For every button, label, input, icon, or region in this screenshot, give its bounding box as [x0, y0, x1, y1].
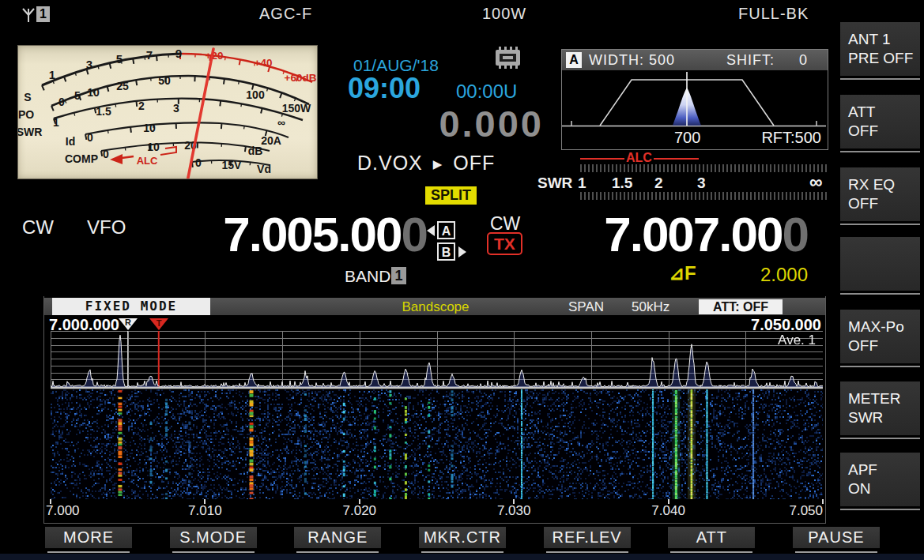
- rx-filter-panel[interactable]: A WIDTH: 500 SHIFT: 0 700 RFT:500: [561, 49, 828, 150]
- vfo-a-mode[interactable]: CW: [22, 216, 54, 239]
- vfo-a-arrow-icon: [427, 225, 435, 236]
- ant-pre-line1: ANT 1: [848, 31, 891, 47]
- blank-button[interactable]: [840, 237, 920, 291]
- svg-text:+60dB: +60dB: [285, 72, 317, 84]
- apf-line2: ON: [848, 480, 871, 497]
- svg-text:SWR: SWR: [18, 126, 42, 138]
- svg-text:15V: 15V: [222, 159, 243, 171]
- filter-shift-label: SHIFT:: [726, 52, 775, 69]
- band-label: BAND: [345, 267, 390, 286]
- range-button[interactable]: RANGE: [294, 527, 381, 548]
- svg-text:7: 7: [146, 48, 153, 62]
- svg-text:25: 25: [116, 80, 129, 92]
- svg-text:0: 0: [103, 148, 109, 160]
- span-label[interactable]: SPAN: [568, 299, 604, 315]
- pitch-value: 700: [674, 129, 700, 147]
- sub-frequency-display: 0.000: [379, 102, 544, 145]
- break-in-status[interactable]: FULL-BK: [738, 5, 809, 23]
- scope-mode[interactable]: FIXED MODE: [52, 298, 210, 315]
- vfo-b-frequency[interactable]: 7.007.000: [577, 210, 808, 259]
- scope-att-status[interactable]: ATT: OFF: [699, 299, 783, 314]
- span-value[interactable]: 50kHz: [632, 299, 669, 315]
- rx-eq-line1: RX EQ: [848, 176, 895, 193]
- apf-button[interactable]: APFON: [840, 453, 920, 506]
- filter-shift-value: 0: [799, 52, 808, 69]
- scale-label: 7.020: [338, 503, 382, 519]
- ant-pre-line2: PRE OFF: [848, 50, 913, 66]
- waterfall-canvas[interactable]: [51, 389, 823, 499]
- utc-time: 00:00U: [456, 81, 517, 103]
- svg-text:1: 1: [49, 68, 55, 81]
- svg-text:Id: Id: [66, 135, 75, 148]
- att-off-button[interactable]: ATTOFF: [840, 95, 920, 148]
- more-button-label: MORE: [63, 528, 114, 546]
- svg-text:10: 10: [147, 141, 160, 153]
- svg-text:20A: 20A: [261, 134, 281, 147]
- rft-value: RFT:500: [761, 129, 821, 147]
- alc-tick-row: [580, 164, 828, 172]
- svg-text:0: 0: [58, 96, 65, 108]
- vfo-b-mode[interactable]: CW: [490, 213, 520, 235]
- band-number-badge: 1: [391, 267, 406, 284]
- dvox-status[interactable]: D.VOX ▶ OFF: [357, 152, 495, 175]
- scale-label: 7.050: [779, 503, 823, 519]
- scope-title: Bandscope: [360, 299, 511, 315]
- vfo-a-box[interactable]: A: [437, 221, 455, 239]
- agc-status[interactable]: AGC-F: [259, 5, 312, 23]
- rx-marker[interactable]: R: [118, 318, 138, 331]
- max-po-button[interactable]: MAX-PoOFF: [840, 310, 920, 363]
- vfo-b-arrow-icon: [458, 246, 466, 257]
- analog-meter: 13579+20+40+60dB05102550100150W11.523∞01…: [17, 45, 318, 179]
- swr-tick-row: [580, 192, 828, 200]
- spectrum-canvas[interactable]: [51, 331, 823, 389]
- antenna-number-badge: 1: [36, 6, 50, 22]
- svg-text:Vd: Vd: [257, 163, 271, 175]
- scale-label: 7.000: [46, 503, 90, 519]
- tx-marker[interactable]: T: [149, 318, 169, 331]
- svg-text:3: 3: [86, 58, 92, 71]
- filter-width: WIDTH: 500: [589, 52, 675, 69]
- rx-eq-button[interactable]: RX EQOFF: [840, 167, 920, 221]
- att-button-label: ATT: [696, 528, 727, 546]
- vfo-a-indicator: A: [566, 52, 582, 68]
- svg-text:1: 1: [53, 116, 59, 129]
- scope-mode-button[interactable]: S.MODE: [170, 527, 257, 548]
- vfo-b-freq-dim-digit: 0: [783, 207, 808, 261]
- scale-label: 7.010: [183, 503, 227, 519]
- marker-center-button[interactable]: MKR.CTR: [419, 527, 506, 548]
- svg-text:S: S: [24, 91, 31, 103]
- antenna-icon: [21, 6, 36, 23]
- bottom-softkey-row: MORE S.MODE RANGE MKR.CTR REF.LEV ATT PA…: [45, 527, 880, 548]
- ref-level-button[interactable]: REF.LEV: [544, 527, 631, 548]
- local-time: 09:00: [348, 72, 421, 105]
- vfo-b-box[interactable]: B: [437, 242, 455, 261]
- scope-mode-button-label: S.MODE: [179, 528, 247, 546]
- vfo-a-label[interactable]: VFO: [87, 216, 126, 239]
- alc-scale-label: ALC: [626, 151, 652, 165]
- alc-line-left: [580, 158, 624, 160]
- vfo-a-frequency[interactable]: 7.005.000: [190, 210, 427, 259]
- meter-swr-button[interactable]: METERSWR: [840, 381, 920, 435]
- svg-text:100: 100: [246, 88, 265, 101]
- svg-text:COMP: COMP: [65, 152, 98, 165]
- scale-label: 7.030: [492, 503, 536, 519]
- ant-pre-button[interactable]: ANT 1PRE OFF: [840, 22, 920, 76]
- svg-text:+40: +40: [255, 57, 273, 69]
- alc-line-right: [654, 158, 699, 160]
- filter-header: A WIDTH: 500 SHIFT: 0: [562, 50, 828, 70]
- arrow-right-icon: ▶: [433, 157, 443, 171]
- att-button[interactable]: ATT: [668, 527, 755, 548]
- swr-tick-inf: ∞: [809, 171, 822, 193]
- svg-text:150W: 150W: [282, 102, 311, 115]
- pause-button[interactable]: PAUSE: [793, 527, 880, 548]
- split-indicator: SPLIT: [425, 186, 477, 205]
- delta-f-value: 2.000: [735, 264, 808, 286]
- tx-power-status[interactable]: 100W: [482, 5, 526, 23]
- bottom-bezel: [0, 554, 924, 560]
- max-po-line2: OFF: [848, 337, 878, 354]
- vfo-b-freq-main: 7.007.00: [604, 207, 782, 261]
- svg-text:9: 9: [175, 47, 182, 60]
- marker-center-button-label: MKR.CTR: [424, 528, 501, 546]
- more-button[interactable]: MORE: [45, 527, 132, 548]
- svg-text:5: 5: [116, 52, 123, 66]
